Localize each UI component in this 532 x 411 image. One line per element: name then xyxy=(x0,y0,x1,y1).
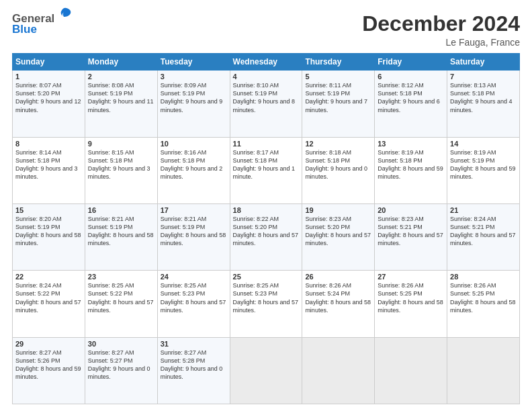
col-header-wednesday: Wednesday xyxy=(230,54,302,71)
calendar-cell: 16 Sunrise: 8:21 AM Sunset: 5:19 PM Dayl… xyxy=(85,203,157,270)
day-info: Sunrise: 8:08 AM Sunset: 5:19 PM Dayligh… xyxy=(88,81,154,114)
calendar-cell xyxy=(447,337,520,404)
col-header-tuesday: Tuesday xyxy=(157,54,230,71)
calendar-cell: 5 Sunrise: 8:11 AM Sunset: 5:19 PM Dayli… xyxy=(302,71,375,137)
day-number: 12 xyxy=(305,140,371,148)
day-info: Sunrise: 8:25 AM Sunset: 5:22 PM Dayligh… xyxy=(88,281,154,314)
calendar-cell: 31 Sunrise: 8:27 AM Sunset: 5:28 PM Dayl… xyxy=(157,337,230,404)
col-header-thursday: Thursday xyxy=(302,54,375,71)
calendar-cell: 6 Sunrise: 8:12 AM Sunset: 5:18 PM Dayli… xyxy=(375,71,447,137)
calendar-cell: 27 Sunrise: 8:26 AM Sunset: 5:25 PM Dayl… xyxy=(375,271,447,337)
col-header-saturday: Saturday xyxy=(447,54,520,71)
calendar-cell: 14 Sunrise: 8:19 AM Sunset: 5:19 PM Dayl… xyxy=(447,137,520,203)
day-info: Sunrise: 8:27 AM Sunset: 5:26 PM Dayligh… xyxy=(15,349,82,381)
day-number: 10 xyxy=(161,140,227,148)
calendar-cell: 28 Sunrise: 8:26 AM Sunset: 5:25 PM Dayl… xyxy=(447,271,520,337)
day-info: Sunrise: 8:20 AM Sunset: 5:19 PM Dayligh… xyxy=(15,215,82,248)
calendar-cell: 4 Sunrise: 8:10 AM Sunset: 5:19 PM Dayli… xyxy=(230,71,302,137)
day-info: Sunrise: 8:27 AM Sunset: 5:27 PM Dayligh… xyxy=(88,349,154,381)
day-number: 8 xyxy=(15,140,82,148)
day-number: 30 xyxy=(88,340,154,348)
day-number: 13 xyxy=(378,140,444,148)
day-number: 7 xyxy=(450,73,517,81)
day-info: Sunrise: 8:10 AM Sunset: 5:19 PM Dayligh… xyxy=(233,81,300,114)
day-number: 15 xyxy=(15,206,82,214)
day-number: 20 xyxy=(378,206,444,214)
calendar-cell: 1 Sunrise: 8:07 AM Sunset: 5:20 PM Dayli… xyxy=(13,71,85,137)
day-info: Sunrise: 8:19 AM Sunset: 5:19 PM Dayligh… xyxy=(450,148,517,181)
day-number: 9 xyxy=(88,140,154,148)
col-header-friday: Friday xyxy=(375,54,447,71)
day-info: Sunrise: 8:21 AM Sunset: 5:19 PM Dayligh… xyxy=(161,215,227,248)
day-number: 4 xyxy=(233,73,300,81)
day-info: Sunrise: 8:16 AM Sunset: 5:18 PM Dayligh… xyxy=(161,148,227,181)
day-number: 14 xyxy=(450,140,517,148)
day-info: Sunrise: 8:25 AM Sunset: 5:23 PM Dayligh… xyxy=(233,281,300,314)
day-info: Sunrise: 8:11 AM Sunset: 5:19 PM Dayligh… xyxy=(305,81,371,114)
day-number: 27 xyxy=(378,273,444,281)
day-info: Sunrise: 8:07 AM Sunset: 5:20 PM Dayligh… xyxy=(15,81,82,114)
col-header-sunday: Sunday xyxy=(13,54,85,71)
calendar-cell: 12 Sunrise: 8:18 AM Sunset: 5:18 PM Dayl… xyxy=(302,137,375,203)
calendar-cell: 23 Sunrise: 8:25 AM Sunset: 5:22 PM Dayl… xyxy=(85,271,157,337)
calendar-cell: 15 Sunrise: 8:20 AM Sunset: 5:19 PM Dayl… xyxy=(13,203,85,270)
day-info: Sunrise: 8:26 AM Sunset: 5:24 PM Dayligh… xyxy=(305,281,371,314)
day-info: Sunrise: 8:13 AM Sunset: 5:18 PM Dayligh… xyxy=(450,81,517,114)
calendar-cell: 20 Sunrise: 8:23 AM Sunset: 5:21 PM Dayl… xyxy=(375,203,447,270)
calendar-cell: 10 Sunrise: 8:16 AM Sunset: 5:18 PM Dayl… xyxy=(157,137,230,203)
day-info: Sunrise: 8:18 AM Sunset: 5:18 PM Dayligh… xyxy=(305,148,371,181)
day-number: 16 xyxy=(88,206,154,214)
title-area: December 2024 Le Fauga, France xyxy=(362,12,520,48)
day-number: 21 xyxy=(450,206,517,214)
calendar-cell: 9 Sunrise: 8:15 AM Sunset: 5:18 PM Dayli… xyxy=(85,137,157,203)
calendar-cell: 24 Sunrise: 8:25 AM Sunset: 5:23 PM Dayl… xyxy=(157,271,230,337)
day-number: 31 xyxy=(161,340,227,348)
calendar-cell: 26 Sunrise: 8:26 AM Sunset: 5:24 PM Dayl… xyxy=(302,271,375,337)
calendar-cell: 22 Sunrise: 8:24 AM Sunset: 5:22 PM Dayl… xyxy=(13,271,85,337)
calendar-cell: 8 Sunrise: 8:14 AM Sunset: 5:18 PM Dayli… xyxy=(13,137,85,203)
calendar-cell: 13 Sunrise: 8:19 AM Sunset: 5:18 PM Dayl… xyxy=(375,137,447,203)
day-number: 22 xyxy=(15,273,82,281)
day-number: 29 xyxy=(15,340,82,348)
day-number: 24 xyxy=(161,273,227,281)
day-number: 19 xyxy=(305,206,371,214)
day-number: 3 xyxy=(161,73,227,81)
day-info: Sunrise: 8:19 AM Sunset: 5:18 PM Dayligh… xyxy=(378,148,444,181)
day-info: Sunrise: 8:15 AM Sunset: 5:18 PM Dayligh… xyxy=(88,148,154,181)
day-info: Sunrise: 8:14 AM Sunset: 5:18 PM Dayligh… xyxy=(15,148,82,181)
logo: General Blue xyxy=(12,12,73,36)
day-number: 1 xyxy=(15,73,82,81)
col-header-monday: Monday xyxy=(85,54,157,71)
day-info: Sunrise: 8:24 AM Sunset: 5:22 PM Dayligh… xyxy=(15,281,82,314)
calendar-cell xyxy=(375,337,447,404)
day-number: 11 xyxy=(233,140,300,148)
day-info: Sunrise: 8:26 AM Sunset: 5:25 PM Dayligh… xyxy=(378,281,444,314)
calendar-cell: 17 Sunrise: 8:21 AM Sunset: 5:19 PM Dayl… xyxy=(157,203,230,270)
calendar-cell: 21 Sunrise: 8:24 AM Sunset: 5:21 PM Dayl… xyxy=(447,203,520,270)
calendar-cell xyxy=(302,337,375,404)
logo-blue: Blue xyxy=(12,23,37,36)
day-number: 6 xyxy=(378,73,444,81)
day-number: 18 xyxy=(233,206,300,214)
calendar-cell: 30 Sunrise: 8:27 AM Sunset: 5:27 PM Dayl… xyxy=(85,337,157,404)
location: Le Fauga, France xyxy=(362,37,520,48)
header: General Blue December 2024 Le Fauga, Fra… xyxy=(12,12,520,48)
day-info: Sunrise: 8:22 AM Sunset: 5:20 PM Dayligh… xyxy=(233,215,300,248)
day-info: Sunrise: 8:26 AM Sunset: 5:25 PM Dayligh… xyxy=(450,281,517,314)
day-info: Sunrise: 8:09 AM Sunset: 5:19 PM Dayligh… xyxy=(161,81,227,114)
day-number: 23 xyxy=(88,273,154,281)
month-title: December 2024 xyxy=(362,12,520,36)
day-info: Sunrise: 8:25 AM Sunset: 5:23 PM Dayligh… xyxy=(161,281,227,314)
day-number: 5 xyxy=(305,73,371,81)
day-number: 17 xyxy=(161,206,227,214)
calendar-cell xyxy=(230,337,302,404)
calendar-cell: 18 Sunrise: 8:22 AM Sunset: 5:20 PM Dayl… xyxy=(230,203,302,270)
calendar-cell: 11 Sunrise: 8:17 AM Sunset: 5:18 PM Dayl… xyxy=(230,137,302,203)
day-number: 26 xyxy=(305,273,371,281)
day-number: 28 xyxy=(450,273,517,281)
logo-bird-icon xyxy=(56,7,73,26)
calendar-cell: 29 Sunrise: 8:27 AM Sunset: 5:26 PM Dayl… xyxy=(13,337,85,404)
calendar-cell: 3 Sunrise: 8:09 AM Sunset: 5:19 PM Dayli… xyxy=(157,71,230,137)
calendar-cell: 19 Sunrise: 8:23 AM Sunset: 5:20 PM Dayl… xyxy=(302,203,375,270)
page: General Blue December 2024 Le Fauga, Fra… xyxy=(0,0,532,411)
